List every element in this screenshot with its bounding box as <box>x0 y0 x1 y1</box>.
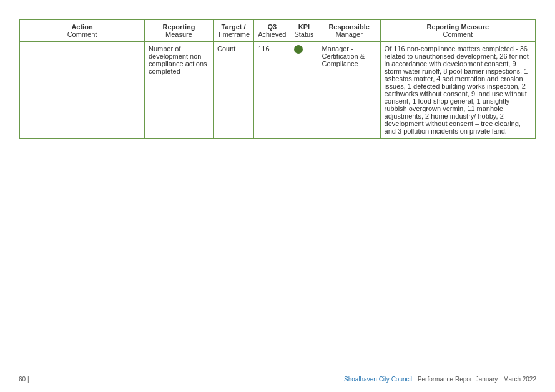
cell-kpi-status <box>290 42 318 139</box>
header-q3: Q3 Achieved <box>254 20 290 42</box>
cell-reporting-measure: Number of development non-compliance act… <box>145 42 214 139</box>
header-responsible: Responsible Manager <box>318 20 380 42</box>
cell-target: Count <box>214 42 254 139</box>
page-footer: 60 | Shoalhaven City Council - Performan… <box>19 376 536 383</box>
header-reporting-measure: Reporting Measure <box>145 20 214 42</box>
header-target: Target / Timeframe <box>214 20 254 42</box>
footer-date-range: January - March 2022 <box>476 376 536 383</box>
performance-table: Action Comment Reporting Measure Target … <box>19 19 536 139</box>
page-container: Action Comment Reporting Measure Target … <box>0 0 555 392</box>
header-action: Action Comment <box>20 20 145 42</box>
footer-brand: Shoalhaven City Council <box>344 376 412 383</box>
footer-report-label: - Performance Report <box>412 376 476 383</box>
header-reporting-comment: Reporting Measure Comment <box>380 20 535 42</box>
kpi-green-dot <box>294 45 303 54</box>
header-kpi: KPI Status <box>290 20 318 42</box>
footer-report-info: Shoalhaven City Council - Performance Re… <box>344 376 536 383</box>
cell-reporting-comment: Of 116 non-compliance matters completed … <box>380 42 535 139</box>
cell-action <box>20 42 145 139</box>
cell-responsible-manager: Manager - Certification & Compliance <box>318 42 380 139</box>
footer-page-number: 60 | <box>19 376 29 383</box>
cell-q3: 116 <box>254 42 290 139</box>
data-table-wrapper: Action Comment Reporting Measure Target … <box>19 19 536 139</box>
table-row: Number of development non-compliance act… <box>20 42 536 139</box>
